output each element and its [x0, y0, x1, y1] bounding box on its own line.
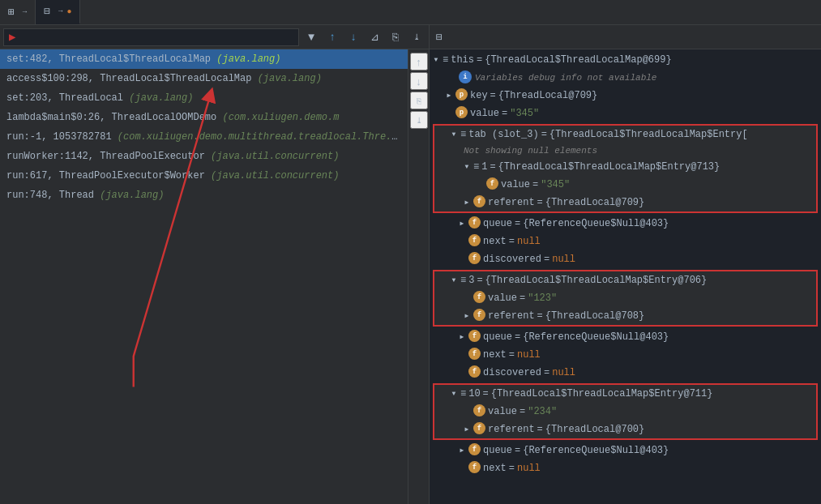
frame-item[interactable]: run:617, ThreadPoolExecutor$Worker (java…: [0, 166, 408, 186]
frame-item[interactable]: access$100:298, ThreadLocal$ThreadLocalM…: [0, 69, 408, 88]
var-item[interactable]: fdiscovered=null: [430, 250, 821, 268]
var-val: {ThreadLocal@700}: [545, 422, 644, 437]
expand-arrow[interactable]: [473, 177, 486, 192]
frames-list[interactable]: set:482, ThreadLocal$ThreadLocalMap (jav…: [0, 49, 408, 504]
expand-arrow[interactable]: [455, 252, 468, 267]
var-item[interactable]: fvalue="345": [434, 176, 816, 194]
thread-up-btn[interactable]: ↑: [323, 28, 341, 46]
var-item: iVariables debug info not available: [430, 69, 821, 87]
expand-arrow[interactable]: [430, 53, 443, 67]
info-icon: i: [459, 70, 472, 83]
tab-frames[interactable]: ⊞ →: [0, 0, 36, 24]
expand-arrow[interactable]: [455, 330, 468, 344]
frame-item[interactable]: set:203, ThreadLocal (java.lang): [0, 88, 408, 108]
expand-arrow[interactable]: [443, 88, 455, 103]
var-val: {ThreadLocal@709}: [498, 88, 597, 103]
var-item[interactable]: fnext=null: [430, 459, 821, 477]
threads-tab-arrow: →: [58, 7, 62, 15]
expand-arrow[interactable]: [455, 234, 468, 249]
var-item[interactable]: fdiscovered=null: [430, 364, 821, 382]
var-eq: =: [509, 348, 515, 362]
list-icon: ≡: [460, 127, 466, 142]
frame-class: (com.xuliugen.demo.multithread.treadloca…: [118, 131, 404, 143]
var-name: value: [488, 291, 517, 305]
var-item[interactable]: freferent={ThreadLocal@700}: [434, 421, 816, 438]
expand-arrow[interactable]: [455, 461, 468, 476]
tab-threads[interactable]: ⊟ → ●: [36, 0, 80, 24]
expand-arrow[interactable]: [460, 160, 473, 174]
thread-export-btn[interactable]: ⤓: [408, 28, 425, 46]
var-item[interactable]: fqueue={ReferenceQueue$Null@403}: [430, 328, 821, 346]
var-item[interactable]: ≡this={ThreadLocal$ThreadLocalMap@699}: [430, 51, 821, 69]
frame-item[interactable]: set:482, ThreadLocal$ThreadLocalMap (jav…: [0, 49, 408, 69]
frames-export-btn[interactable]: ⤓: [410, 111, 428, 129]
frames-tab-arrow: →: [23, 8, 27, 16]
var-name: tab (slot_3): [468, 127, 538, 142]
thread-dropdown-btn[interactable]: ▼: [302, 28, 320, 46]
var-item[interactable]: fqueue={ReferenceQueue$Null@403}: [430, 215, 821, 233]
var-type-icon: f: [468, 461, 481, 473]
var-type-icon: f: [468, 443, 481, 455]
var-val: {ReferenceQueue$Null@403}: [523, 443, 669, 458]
var-item[interactable]: fnext=null: [430, 346, 821, 364]
expand-arrow[interactable]: [460, 291, 473, 305]
thread-filter-btn[interactable]: ⊿: [366, 28, 383, 46]
expand-arrow[interactable]: [460, 309, 473, 323]
frame-class: (com.xuliugen.demo.m: [222, 112, 339, 123]
expand-arrow[interactable]: [460, 404, 473, 419]
var-item[interactable]: ≡1={ThreadLocal$ThreadLocalMap$Entry@713…: [434, 158, 816, 176]
var-item[interactable]: fvalue="234": [434, 403, 816, 421]
var-type-icon: p: [455, 88, 468, 100]
frame-item[interactable]: runWorker:1142, ThreadPoolExecutor (java…: [0, 147, 408, 166]
var-val: {ThreadLocal$ThreadLocalMap$Entry[: [549, 127, 748, 142]
frame-item[interactable]: run:-1, 1053782781 (com.xuliugen.demo.mu…: [0, 127, 408, 147]
frames-down-btn[interactable]: ↓: [410, 72, 428, 90]
expand-arrow[interactable]: [455, 443, 468, 458]
expand-arrow[interactable]: [447, 273, 460, 288]
thread-down-btn[interactable]: ↓: [344, 28, 362, 46]
expand-arrow[interactable]: [455, 365, 468, 380]
expand-arrow[interactable]: [447, 127, 460, 142]
frames-copy-btn[interactable]: ⎘: [410, 92, 428, 109]
var-eq: =: [544, 365, 549, 380]
var-eq: =: [477, 53, 482, 67]
expand-arrow[interactable]: [460, 422, 473, 437]
expand-arrow[interactable]: [455, 216, 468, 231]
main-content: ▶ ▼ ↑ ↓ ⊿ ⎘ ⤓ set:482, ThreadLocal$Threa…: [0, 25, 821, 504]
var-name: 3: [468, 273, 474, 288]
frame-class: (java.util.concurrent): [211, 151, 339, 162]
var-eq: =: [502, 106, 507, 121]
var-item[interactable]: fqueue={ReferenceQueue$Null@403}: [430, 442, 821, 459]
highlight-box: ≡tab (slot_3)={ThreadLocal$ThreadLocalMa…: [433, 124, 818, 213]
var-name: next: [483, 461, 507, 476]
frame-item[interactable]: lambda$main$0:26, ThreadLocalOOMDemo (co…: [0, 108, 408, 127]
thread-copy-btn[interactable]: ⎘: [387, 28, 404, 46]
var-item[interactable]: freferent={ThreadLocal@709}: [434, 194, 816, 211]
var-item[interactable]: ≡3={ThreadLocal$ThreadLocalMap$Entry@706…: [434, 271, 816, 289]
thread-selector-dropdown[interactable]: ▶: [3, 28, 299, 46]
expand-arrow[interactable]: [443, 106, 455, 121]
threads-tab-icon: ⊟: [44, 5, 50, 18]
frame-class: (java.lang): [258, 73, 322, 84]
var-type-icon: f: [473, 291, 485, 303]
var-item[interactable]: ≡tab (slot_3)={ThreadLocal$ThreadLocalMa…: [434, 126, 816, 143]
var-val: "234": [528, 404, 557, 419]
frame-class: (java.lang): [216, 53, 280, 65]
debug-info-text: Variables debug info not available: [475, 70, 656, 85]
var-item[interactable]: fvalue="123": [434, 289, 816, 307]
frames-up-btn[interactable]: ↑: [410, 53, 428, 70]
expand-arrow[interactable]: [460, 195, 473, 210]
frame-item[interactable]: run:748, Thread (java.lang): [0, 186, 408, 205]
var-item[interactable]: fnext=null: [430, 233, 821, 250]
variables-icon: ⊟: [436, 31, 443, 44]
var-name: value: [470, 106, 499, 121]
var-eq: =: [544, 252, 549, 267]
var-item[interactable]: pkey={ThreadLocal@709}: [430, 87, 821, 105]
expand-arrow[interactable]: [455, 348, 468, 362]
var-eq: =: [537, 422, 543, 437]
var-item[interactable]: pvalue="345": [430, 105, 821, 122]
var-item[interactable]: ≡10={ThreadLocal$ThreadLocalMap$Entry@71…: [434, 385, 816, 403]
var-item[interactable]: freferent={ThreadLocal@708}: [434, 307, 816, 325]
var-eq: =: [520, 291, 525, 305]
expand-arrow[interactable]: [447, 387, 460, 401]
